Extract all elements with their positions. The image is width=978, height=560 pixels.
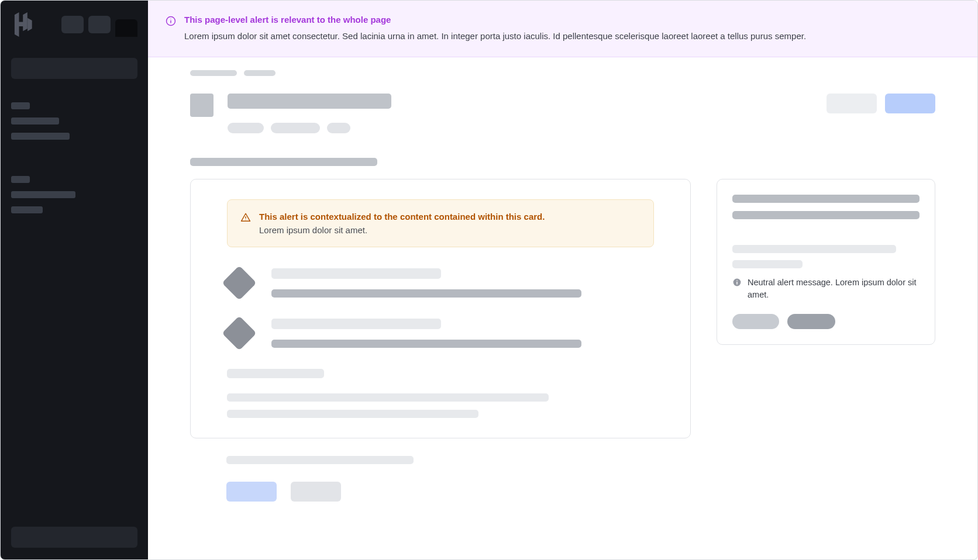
sidebar-header bbox=[11, 12, 137, 37]
item-title bbox=[271, 319, 441, 329]
section-heading bbox=[190, 158, 377, 166]
side-card: Neutral alert message. Lorem ipsum dolor… bbox=[717, 179, 935, 345]
page-title bbox=[228, 94, 391, 109]
sidebar-group-heading bbox=[11, 102, 30, 109]
page-meta bbox=[228, 123, 935, 133]
text-line bbox=[227, 410, 478, 418]
sidebar-nav-group bbox=[11, 102, 137, 148]
sidebar-tab-active[interactable] bbox=[115, 19, 137, 37]
primary-button[interactable] bbox=[885, 94, 935, 113]
info-icon bbox=[166, 16, 176, 26]
sidebar-user-block[interactable] bbox=[11, 527, 137, 548]
side-card-text bbox=[732, 245, 896, 253]
page-header bbox=[190, 94, 935, 117]
side-card-title bbox=[732, 195, 920, 203]
card-alert: This alert is contextualized to the cont… bbox=[227, 199, 654, 247]
warning-icon bbox=[240, 212, 251, 223]
page-actions bbox=[827, 94, 935, 113]
breadcrumb-item[interactable] bbox=[190, 70, 237, 76]
sidebar-item[interactable] bbox=[11, 133, 70, 140]
meta-chip bbox=[228, 123, 264, 133]
meta-chip bbox=[327, 123, 350, 133]
meta-chip bbox=[271, 123, 320, 133]
sidebar-footer bbox=[11, 527, 137, 548]
svg-rect-6 bbox=[736, 282, 737, 285]
secondary-button[interactable] bbox=[291, 482, 341, 502]
sidebar-nav-group bbox=[11, 176, 137, 222]
page-icon bbox=[190, 94, 213, 117]
diamond-icon bbox=[222, 266, 256, 300]
list-item bbox=[227, 268, 654, 298]
sidebar-item[interactable] bbox=[11, 206, 43, 213]
main-card: This alert is contextualized to the cont… bbox=[190, 179, 691, 438]
breadcrumb-item[interactable] bbox=[244, 70, 276, 76]
compact-alert-text: Neutral alert message. Lorem ipsum dolor… bbox=[748, 276, 920, 301]
item-title bbox=[271, 268, 441, 279]
secondary-button[interactable] bbox=[827, 94, 877, 113]
compact-alert: Neutral alert message. Lorem ipsum dolor… bbox=[732, 276, 920, 301]
list-item bbox=[227, 319, 654, 348]
sidebar-search[interactable] bbox=[11, 58, 137, 79]
svg-point-4 bbox=[245, 220, 246, 220]
info-icon bbox=[732, 278, 742, 287]
primary-button[interactable] bbox=[226, 482, 277, 502]
svg-point-7 bbox=[736, 280, 738, 281]
sidebar-tab[interactable] bbox=[61, 16, 84, 33]
lower-section bbox=[226, 456, 935, 502]
side-primary-button[interactable] bbox=[787, 314, 835, 329]
side-card-text bbox=[732, 260, 803, 268]
card-alert-body: Lorem ipsum dolor sit amet. bbox=[259, 225, 545, 235]
svg-point-2 bbox=[170, 19, 171, 19]
diamond-icon bbox=[222, 316, 256, 351]
sidebar-tab[interactable] bbox=[88, 16, 111, 33]
sub-heading bbox=[226, 456, 414, 464]
page-alert-body: Lorem ipsum dolor sit amet consectetur. … bbox=[184, 29, 806, 43]
side-secondary-button[interactable] bbox=[732, 314, 779, 329]
sidebar-item[interactable] bbox=[11, 117, 59, 125]
side-card-actions bbox=[732, 314, 920, 329]
text-line bbox=[227, 393, 549, 402]
side-card-title-line2 bbox=[732, 211, 920, 219]
page-alert-title: This page-level alert is relevant to the… bbox=[184, 15, 806, 25]
sidebar-tabs bbox=[61, 16, 137, 33]
item-subtitle bbox=[271, 289, 581, 298]
item-subtitle bbox=[271, 340, 581, 348]
card-alert-title: This alert is contextualized to the cont… bbox=[259, 212, 545, 222]
hashicorp-logo-icon bbox=[11, 12, 36, 37]
sidebar bbox=[1, 1, 148, 559]
breadcrumb bbox=[190, 70, 935, 76]
page-alert: This page-level alert is relevant to the… bbox=[148, 1, 977, 57]
sidebar-item[interactable] bbox=[11, 191, 75, 198]
main-content: This page-level alert is relevant to the… bbox=[148, 1, 977, 559]
sub-heading bbox=[227, 369, 324, 378]
sidebar-group-heading bbox=[11, 176, 30, 183]
